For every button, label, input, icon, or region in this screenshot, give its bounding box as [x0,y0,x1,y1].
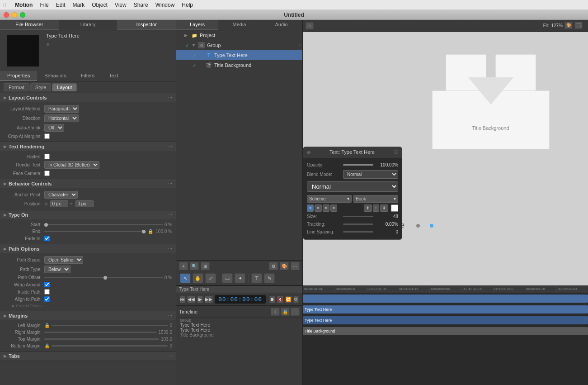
layer-item-project[interactable]: ▶ 📁 Project ⋯ [176,30,302,40]
inspector-tab[interactable]: Inspector [117,20,176,30]
layers-options-btn[interactable]: ⚙ [269,262,278,270]
anchor-point-dropdown[interactable]: Character [44,191,78,199]
timeline-add-btn[interactable]: + [271,308,280,316]
mute-btn[interactable]: 🔇 [277,296,283,303]
align-center-btn[interactable]: ≡ [315,204,321,212]
close-button[interactable] [4,12,9,18]
share-menu[interactable]: Share [134,2,148,8]
project-options[interactable]: ⋯ [296,33,301,38]
view-menu[interactable]: View [115,2,127,8]
path-shape-dropdown[interactable]: Open Spline [44,256,83,264]
media-tab[interactable]: Media [218,20,260,30]
align-middle-btn[interactable]: ↕ [373,204,380,212]
hand-tool[interactable]: ✋ [193,273,203,283]
maximize-button[interactable] [20,12,25,18]
path-offset-slider[interactable] [44,277,163,278]
canvas-color-btn[interactable]: 🎨 [564,22,573,29]
top-margin-slider[interactable] [44,338,159,340]
margins-options[interactable]: ⋯ [168,314,172,318]
align-right-btn[interactable]: ≡ [323,204,329,212]
filters-tab[interactable]: Filters [74,71,102,81]
wrap-around-checkbox[interactable] [44,282,50,287]
object-menu[interactable]: Object [92,2,108,8]
size-slider[interactable] [343,216,373,217]
align-bottom-btn[interactable]: ⬇ [380,204,388,212]
file-menu[interactable]: File [40,2,48,8]
direction-dropdown[interactable]: Horizontal [44,114,79,122]
layer-item-title-bg[interactable]: ✓ 🎬 Title Background ⋯ [176,60,302,70]
bottom-margin-slider[interactable] [52,345,168,347]
timeline-lock-btn[interactable]: 🔒 [281,308,290,316]
panel-close-icon[interactable]: ✕ [46,42,50,47]
type-on-header[interactable]: ▶ Type On ⋯ [0,210,176,219]
bezier-tool[interactable]: ✦ [235,273,245,283]
book-btn[interactable]: Book ▾ [353,195,398,203]
style-tab[interactable]: Style [30,83,51,91]
track-bar-group[interactable] [303,295,588,303]
text-rendering-options[interactable]: ⋯ [168,144,172,149]
scheme-btn[interactable]: Scheme ▾ [307,195,352,203]
type-text-options[interactable]: ⋯ [296,53,301,57]
behavior-options[interactable]: ⋯ [168,181,172,186]
opacity-slider[interactable] [343,164,373,166]
layer-item-group[interactable]: ✓ ▼ G Group ⋯ + [176,40,302,50]
loop-btn[interactable]: 🔁 [285,296,292,303]
app-name-menu[interactable]: Motion [15,2,33,8]
rect-tool[interactable]: ▭ [222,273,233,283]
text-tab[interactable]: Text [102,71,125,81]
settings-btn[interactable]: ⚙ [293,296,299,303]
handle-r2[interactable] [416,224,420,228]
layout-controls-header[interactable]: ▶ Layout Controls ⋯ [0,93,176,102]
align-justify-btn[interactable]: ≡ [330,204,337,212]
popup-close-btn[interactable]: ⊖ [307,150,310,155]
play-fwd-btn[interactable]: ▶▶ [205,296,213,303]
audio-tab[interactable]: Audio [260,20,302,30]
project-expand[interactable]: ▶ [184,33,191,38]
group-expand[interactable]: ▼ [192,43,198,48]
minimize-button[interactable] [12,12,17,18]
play-btn[interactable]: ▶ [197,296,202,303]
group-options[interactable]: ⋯ [294,43,298,48]
timeline-options-btn[interactable]: ⋯ [291,308,300,316]
track-type-text-2-content[interactable]: Type Text Here [303,315,588,325]
add-layer-btn[interactable]: + [179,262,188,270]
apple-menu[interactable]:  [4,1,6,9]
end-slider[interactable] [44,231,146,232]
track-bar-type-text-1[interactable]: Type Text Here [303,305,588,314]
search-layer-btn[interactable]: 🔍 [190,262,199,270]
align-to-path-checkbox[interactable] [44,296,50,302]
color-swatch[interactable] [391,204,398,212]
align-top-btn[interactable]: ⬆ [364,204,372,212]
layout-method-dropdown[interactable]: Paragraph [44,105,79,113]
margins-header[interactable]: ▶ Margins ⋯ [0,311,176,320]
path-options-header[interactable]: ▶ Path Options ⋯ [0,244,176,253]
fade-in-checkbox[interactable] [44,236,50,241]
library-tab[interactable]: Library [59,20,118,30]
layer-item-type-text[interactable]: ✓ T Type Text Here ⋯ [176,50,302,60]
help-menu[interactable]: Help [182,2,193,8]
left-margin-slider[interactable] [52,325,168,326]
edit-menu[interactable]: Edit [56,2,66,8]
track-type-text-1-content[interactable]: Type Text Here [303,304,588,314]
handle-r[interactable] [430,224,433,228]
path-type-dropdown[interactable]: Below [44,266,71,273]
start-slider[interactable] [44,224,163,225]
rewind-btn[interactable]: ◀◀ [187,296,195,303]
path-options-options[interactable]: ⋯ [168,247,172,251]
group-more[interactable]: + [298,43,301,48]
title-bg-options[interactable]: ⋯ [296,63,301,67]
file-browser-tab[interactable]: File Browser [0,20,59,30]
layers-color-btn[interactable]: 🎨 [280,262,289,270]
position-x-input[interactable] [50,200,68,207]
inside-path-checkbox[interactable] [44,289,50,295]
tracking-slider[interactable] [343,223,373,225]
mark-menu[interactable]: Mark [72,2,85,8]
text-tool[interactable]: T [251,273,262,283]
tabs-options[interactable]: ⋯ [168,354,172,358]
layers-tab[interactable]: Layers [176,20,218,30]
layout-tab[interactable]: Layout [52,83,77,91]
render-text-dropdown[interactable]: In Global 3D (Better) [44,161,99,169]
track-bar-title-bg[interactable]: Title Background [303,327,588,335]
paint-tool[interactable]: ✎ [264,273,275,283]
flatten-checkbox[interactable] [44,154,50,159]
